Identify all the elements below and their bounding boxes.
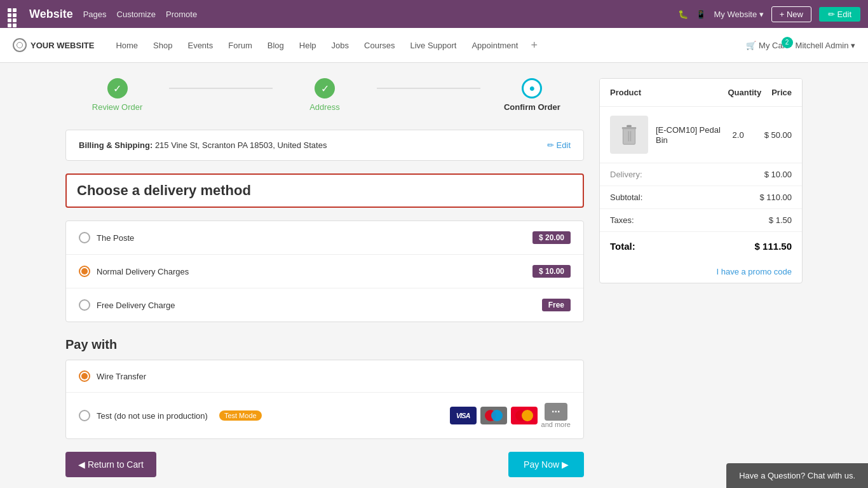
left-col: ✓ Review Order ✓ Address ● Confirm Order… [65, 78, 584, 477]
nav-user[interactable]: Mitchell Admin ▾ [796, 41, 855, 50]
order-summary-col: Product Quantity Price [E-COM10] P [599, 78, 803, 477]
radio-free[interactable] [79, 299, 90, 311]
maestro-icon [480, 407, 507, 424]
price-poste: $ 20.00 [532, 231, 571, 244]
admin-nav: Pages Customize Promote [83, 10, 197, 19]
total-row: Total: $ 111.50 [600, 232, 802, 261]
nav-logo: YOUR WEBSITE [13, 38, 94, 52]
price-normal: $ 10.00 [532, 265, 571, 278]
price-free: Free [542, 299, 571, 311]
visa-icon: VISA [450, 407, 477, 424]
subtotal-row: Subtotal: $ 110.00 [600, 186, 802, 209]
delivery-option-normal[interactable]: Normal Delivery Charges $ 10.00 [66, 255, 583, 288]
bottom-buttons: ◀ Return to Cart Pay Now ▶ [65, 452, 584, 477]
pay-with-title: Pay with [65, 337, 584, 352]
admin-nav-pages[interactable]: Pages [83, 10, 107, 19]
step-confirm-label: Confirm Order [504, 102, 560, 112]
chat-widget[interactable]: Have a Question? Chat with us. [726, 463, 868, 488]
step-confirm: ● Confirm Order [480, 78, 584, 112]
svg-rect-2 [627, 125, 632, 127]
progress-steps: ✓ Review Order ✓ Address ● Confirm Order [65, 78, 584, 112]
admin-bar-left: Website Pages Customize Promote [8, 8, 668, 21]
radio-wire[interactable] [79, 370, 90, 382]
user-label: Mitchell Admin ▾ [796, 41, 855, 50]
nav-bar: YOUR WEBSITE Home Shop Events Forum Blog… [0, 28, 868, 63]
step-line-1 [169, 88, 273, 89]
step-line-2 [377, 88, 480, 89]
svg-rect-3 [628, 131, 629, 141]
header-product: Product [610, 88, 728, 97]
delivery-name-poste: The Poste [97, 233, 134, 243]
bug-icon[interactable]: 🐛 [678, 10, 688, 19]
delivery-section-title-box: Choose a delivery method [65, 173, 584, 208]
nav-home[interactable]: Home [109, 37, 144, 54]
edit-address-link[interactable]: ✏ Edit [547, 140, 571, 150]
promo-code-link[interactable]: I have a promo code [600, 261, 802, 283]
nav-shop[interactable]: Shop [147, 37, 179, 54]
nav-forum[interactable]: Forum [222, 37, 259, 54]
step-address-label[interactable]: Address [309, 102, 340, 112]
step-address-circle: ✓ [315, 78, 335, 98]
step-review-circle: ✓ [107, 78, 128, 98]
edit-button[interactable]: ✏ Edit [819, 7, 860, 22]
nav-events[interactable]: Events [181, 37, 219, 54]
payment-wire-transfer[interactable]: Wire Transfer [66, 360, 583, 393]
payment-test[interactable]: Test (do not use in production) Test Mod… [66, 393, 583, 438]
admin-nav-customize[interactable]: Customize [117, 10, 156, 19]
nav-help[interactable]: Help [293, 37, 323, 54]
delivery-name-free: Free Delivery Charge [97, 301, 175, 310]
nav-blog[interactable]: Blog [261, 37, 290, 54]
taxes-row: Taxes: $ 1.50 [600, 209, 802, 232]
svg-rect-4 [630, 131, 632, 141]
mobile-icon[interactable]: 📱 [696, 10, 706, 19]
nav-jobs[interactable]: Jobs [325, 37, 355, 54]
globe-icon [13, 38, 27, 52]
return-to-cart-button[interactable]: ◀ Return to Cart [65, 452, 156, 477]
radio-test[interactable] [79, 410, 90, 421]
delivery-option-poste[interactable]: The Poste $ 20.00 [66, 221, 583, 255]
nav-links: Home Shop Events Forum Blog Help Jobs Co… [109, 37, 746, 54]
product-name: [E-COM10] Pedal Bin [656, 125, 721, 145]
total-value: $ 111.50 [755, 241, 792, 252]
cart-icon: 🛒 [746, 41, 756, 50]
step-review-label[interactable]: Review Order [92, 102, 142, 112]
order-summary: Product Quantity Price [E-COM10] P [599, 78, 803, 283]
header-price: Price [771, 88, 792, 97]
product-quantity: 2.0 [733, 130, 744, 140]
new-button[interactable]: + New [771, 6, 811, 22]
admin-brand: Website [29, 8, 73, 21]
grid-icon[interactable] [8, 8, 19, 20]
step-review: ✓ Review Order [65, 78, 169, 112]
step-confirm-circle: ● [522, 78, 542, 98]
nav-courses[interactable]: Courses [358, 37, 401, 54]
radio-poste[interactable] [79, 232, 90, 243]
mastercard-icon [511, 407, 538, 424]
payment-name-wire: Wire Transfer [97, 372, 146, 381]
my-website[interactable]: My Website ▾ [714, 10, 763, 19]
nav-appointment[interactable]: Appointment [465, 37, 524, 54]
address-text: Billing & Shipping: 215 Vine St, Scranto… [79, 140, 327, 150]
pay-now-button[interactable]: Pay Now ▶ [508, 452, 584, 477]
delivery-value: $ 10.00 [764, 170, 792, 179]
admin-nav-promote[interactable]: Promote [166, 10, 197, 19]
subtotal-value: $ 110.00 [759, 193, 792, 202]
test-mode-badge: Test Mode [219, 410, 262, 421]
card-icons: VISA [450, 403, 571, 428]
address-box: Billing & Shipping: 215 Vine St, Scranto… [65, 130, 584, 161]
nav-right: 🛒 My Cart 2 Mitchell Admin ▾ [746, 41, 855, 50]
billing-address: 215 Vine St, Scranton PA 18503, United S… [155, 140, 327, 150]
subtotal-label: Subtotal: [610, 193, 642, 202]
delivery-option-free[interactable]: Free Delivery Charge Free [66, 288, 583, 322]
nav-plus-icon[interactable]: + [527, 39, 541, 52]
taxes-value: $ 1.50 [769, 215, 792, 225]
delivery-options: The Poste $ 20.00 Normal Delivery Charge… [65, 220, 584, 322]
chat-label: Have a Question? Chat with us. [739, 471, 855, 480]
and-more-label: and more [541, 421, 571, 428]
logo-text: YOUR WEBSITE [31, 41, 94, 50]
payment-name-test: Test (do not use in production) [97, 411, 208, 421]
cart-badge: 2 [782, 37, 793, 48]
nav-cart[interactable]: 🛒 My Cart 2 [746, 41, 788, 50]
nav-live-support[interactable]: Live Support [403, 37, 463, 54]
radio-normal[interactable] [79, 266, 90, 277]
product-image [616, 122, 642, 147]
